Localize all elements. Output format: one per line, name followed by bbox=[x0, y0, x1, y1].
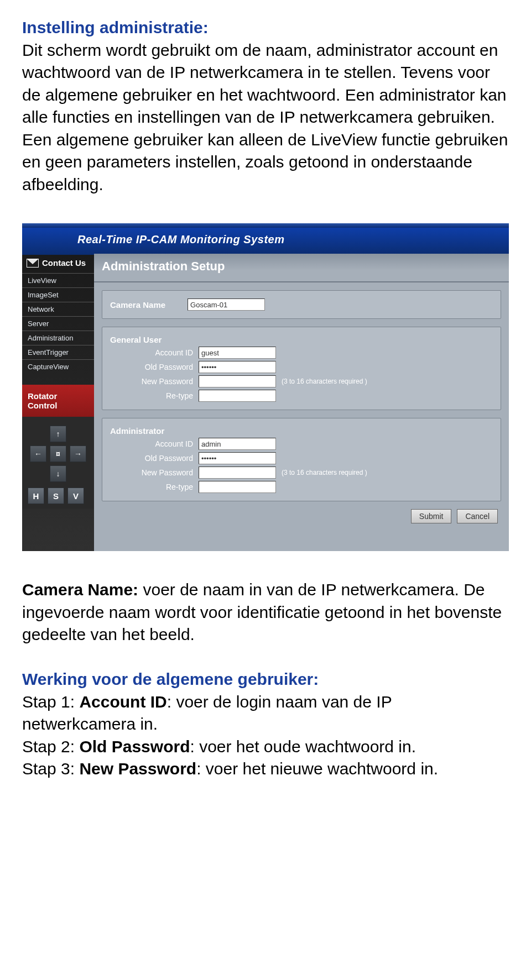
intro-heading: Instelling administratie: bbox=[22, 18, 209, 36]
adm-retype-input[interactable] bbox=[199, 481, 276, 493]
nav-item-administration[interactable]: Administration bbox=[22, 331, 94, 345]
gu-newpw-hint: (3 to 16 characters required ) bbox=[282, 378, 367, 385]
main-content: Administration Setup Camera Name General… bbox=[94, 254, 509, 551]
gu-newpw-input[interactable] bbox=[199, 375, 276, 387]
nav-item-captureview[interactable]: CaptureView bbox=[22, 359, 94, 374]
camera-name-label: Camera Name bbox=[110, 300, 171, 310]
gu-accountid-label: Account ID bbox=[110, 348, 199, 357]
page-title: Administration Setup bbox=[94, 254, 509, 282]
adm-accountid-label: Account ID bbox=[110, 439, 199, 448]
intro-body: Dit scherm wordt gebruikt om de naam, ad… bbox=[22, 41, 508, 193]
submit-button[interactable]: Submit bbox=[411, 509, 452, 523]
adm-newpw-label: New Password bbox=[110, 468, 199, 477]
adm-oldpw-label: Old Password bbox=[110, 454, 199, 463]
adm-newpw-hint: (3 to 16 characters required ) bbox=[282, 469, 367, 476]
outro-step1: Stap 1: Account ID: voer de login naam v… bbox=[22, 691, 509, 736]
outro-camera-name-para: Camera Name: voer de naam in van de IP n… bbox=[22, 579, 509, 646]
gu-oldpw-input[interactable] bbox=[199, 361, 276, 373]
adm-accountid-input[interactable] bbox=[199, 438, 276, 450]
outro-block: Camera Name: voer de naam in van de IP n… bbox=[0, 568, 531, 803]
adm-retype-label: Re-type bbox=[110, 483, 199, 491]
dpad-left-button[interactable]: ← bbox=[30, 446, 46, 462]
outro-step2-prefix: Stap 2: bbox=[22, 737, 79, 756]
hsv-v-button[interactable]: V bbox=[67, 488, 84, 504]
sidebar: Contact Us LiveView ImageSet Network Ser… bbox=[22, 254, 94, 551]
gu-newpw-label: New Password bbox=[110, 377, 199, 386]
outro-step1-prefix: Stap 1: bbox=[22, 693, 79, 711]
dpad-up-button[interactable]: ↑ bbox=[50, 426, 66, 442]
outro-step2-bold: Old Password bbox=[79, 737, 190, 756]
contact-us-label: Contact Us bbox=[42, 258, 86, 268]
outro-step1-bold: Account ID bbox=[79, 693, 166, 711]
envelope-icon bbox=[27, 259, 39, 268]
nav-item-eventtrigger[interactable]: EventTrigger bbox=[22, 345, 94, 359]
dpad-right-button[interactable]: → bbox=[70, 446, 86, 462]
dpad-center-button[interactable]: ¤ bbox=[50, 446, 66, 462]
outro-step3-bold: New Password bbox=[79, 759, 196, 778]
outro-step3-prefix: Stap 3: bbox=[22, 759, 79, 778]
outro-step2: Stap 2: Old Password: voer het oude wach… bbox=[22, 736, 509, 758]
contact-us-link[interactable]: Contact Us bbox=[22, 254, 94, 273]
hsv-s-button[interactable]: S bbox=[48, 488, 64, 504]
outro-general-heading: Werking voor de algemene gebruiker: bbox=[22, 668, 509, 691]
outro-camera-name-label: Camera Name: bbox=[22, 580, 138, 599]
camera-name-panel: Camera Name bbox=[102, 290, 501, 319]
adm-newpw-input[interactable] bbox=[199, 467, 276, 479]
outro-step3-rest: : voer het nieuwe wachtwoord in. bbox=[196, 759, 438, 778]
camera-name-input[interactable] bbox=[188, 298, 265, 311]
adm-oldpw-input[interactable] bbox=[199, 452, 276, 464]
general-user-heading: General User bbox=[110, 335, 167, 344]
cancel-button[interactable]: Cancel bbox=[457, 509, 498, 523]
nav-item-liveview[interactable]: LiveView bbox=[22, 273, 94, 287]
nav-item-imageset[interactable]: ImageSet bbox=[22, 287, 94, 302]
app-title: Real-Time IP-CAM Monitoring System bbox=[22, 228, 509, 254]
nav-item-server[interactable]: Server bbox=[22, 316, 94, 331]
nav-item-network[interactable]: Network bbox=[22, 302, 94, 316]
titlebar-topstripe bbox=[22, 223, 509, 228]
rotator-dpad: ↑ ← ¤ → ↓ H S V bbox=[22, 417, 94, 509]
gu-retype-label: Re-type bbox=[110, 391, 199, 400]
gu-retype-input[interactable] bbox=[199, 390, 276, 402]
admin-setup-screenshot: Real-Time IP-CAM Monitoring System Conta… bbox=[22, 223, 509, 551]
dpad-down-button[interactable]: ↓ bbox=[50, 465, 66, 482]
gu-accountid-input[interactable] bbox=[199, 347, 276, 359]
action-row: Submit Cancel bbox=[94, 501, 509, 523]
administrator-heading: Administrator bbox=[110, 426, 170, 436]
outro-step2-rest: : voer het oude wachtwoord in. bbox=[190, 737, 416, 756]
administrator-panel: Administrator Account ID Old Password Ne… bbox=[102, 418, 501, 501]
intro-block: Instelling administratie: Dit scherm wor… bbox=[0, 0, 531, 207]
outro-step3: Stap 3: New Password: voer het nieuwe wa… bbox=[22, 758, 509, 780]
hsv-h-button[interactable]: H bbox=[28, 488, 44, 504]
rotator-control-heading: Rotator Control bbox=[22, 385, 94, 417]
general-user-panel: General User Account ID Old Password New… bbox=[102, 327, 501, 410]
gu-oldpw-label: Old Password bbox=[110, 363, 199, 371]
